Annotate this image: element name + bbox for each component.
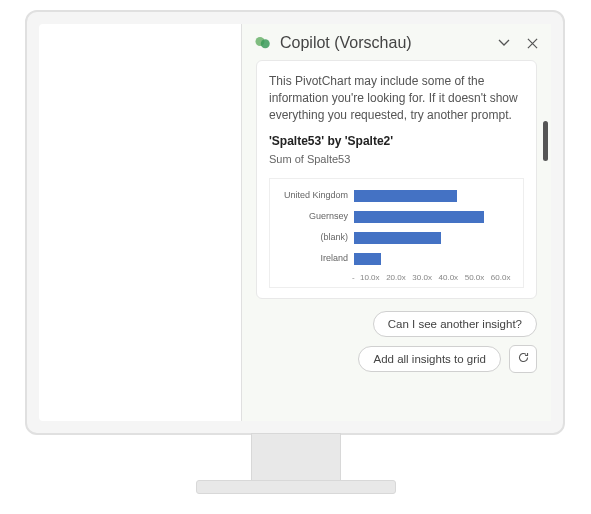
monitor-stand-neck [251, 433, 341, 483]
bar-row: United Kingdom [276, 187, 517, 205]
bar-row: (blank) [276, 229, 517, 247]
suggestion-another-insight[interactable]: Can I see another insight? [373, 311, 537, 337]
x-tick: 60.0x [491, 272, 517, 283]
refresh-icon [517, 350, 530, 368]
bar-row: Guernsey [276, 208, 517, 226]
pivot-chart: United Kingdom Guernsey (blank) Ire [269, 178, 524, 288]
bar-fill [354, 253, 381, 265]
bar-label: Guernsey [276, 210, 354, 223]
scrollbar-thumb[interactable] [543, 121, 548, 161]
suggestion-area: Can I see another insight? Add all insig… [256, 311, 537, 373]
message-description: This PivotChart may include some of the … [269, 73, 524, 123]
copilot-logo-icon [254, 34, 272, 52]
panel-body: This PivotChart may include some of the … [242, 60, 551, 421]
bar-label: (blank) [276, 231, 354, 244]
close-icon[interactable] [525, 36, 539, 50]
x-tick: 20.0x [386, 272, 412, 283]
collapse-icon[interactable] [497, 36, 511, 50]
x-axis: - 10.0x 20.0x 30.0x 40.0x 50.0x 60.0x [276, 272, 517, 283]
bar-label: Ireland [276, 252, 354, 265]
suggestion-add-to-grid[interactable]: Add all insights to grid [358, 346, 501, 372]
x-tick: 30.0x [412, 272, 438, 283]
copilot-panel: Copilot (Vorschau) This PivotChart may i… [241, 24, 551, 421]
bar-row: Ireland [276, 250, 517, 268]
chart-title: 'Spalte53' by 'Spalte2' [269, 133, 524, 150]
panel-header: Copilot (Vorschau) [242, 24, 551, 60]
bar-fill [354, 190, 457, 202]
x-tick: 50.0x [465, 272, 491, 283]
panel-title: Copilot (Vorschau) [280, 34, 483, 52]
bar-fill [354, 211, 484, 223]
bar-fill [354, 232, 441, 244]
x-tick: 40.0x [439, 272, 465, 283]
svg-point-1 [261, 39, 270, 48]
screen: Copilot (Vorschau) This PivotChart may i… [39, 24, 551, 421]
monitor-stand-base [196, 480, 396, 494]
chart-subtitle: Sum of Spalte53 [269, 152, 524, 167]
bar-label: United Kingdom [276, 189, 354, 202]
refresh-button[interactable] [509, 345, 537, 373]
x-tick: 10.0x [360, 272, 386, 283]
message-card: This PivotChart may include some of the … [256, 60, 537, 299]
monitor-frame: Copilot (Vorschau) This PivotChart may i… [25, 10, 565, 435]
